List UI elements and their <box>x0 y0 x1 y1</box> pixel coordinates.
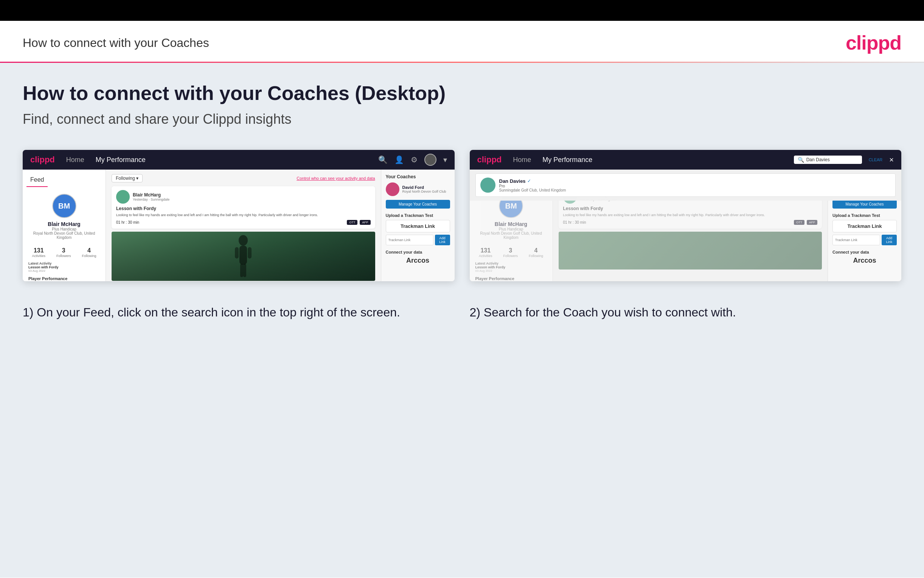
svg-rect-5 <box>243 264 246 277</box>
clear-btn-2[interactable]: CLEAR <box>869 157 883 162</box>
coaches-panel-1: Your Coaches David Ford Royal North Devo… <box>381 170 455 281</box>
performance-section-2: Player Performance Total Player Quality … <box>474 276 549 281</box>
latest-activity-label: Latest Activity <box>28 261 100 265</box>
profile-club-2: Royal North Devon Golf Club, United King… <box>476 231 547 240</box>
lesson-coach-name-1: Blair McHarg <box>133 192 170 198</box>
latest-activity-1: Latest Activity Lesson with Fordy 03 Aug… <box>26 261 102 273</box>
step-2-text: 2) Search for the Coach you wish to conn… <box>470 305 736 319</box>
stat-activities-2: 131 Activities <box>479 247 492 258</box>
lesson-desc-1: Looking to feel like my hands are exitin… <box>116 213 371 218</box>
settings-icon-nav: ⚙ <box>411 155 417 164</box>
stat-followers-num: 3 <box>57 247 71 254</box>
app-main-1: Following ▾ Control who can see your act… <box>106 170 381 281</box>
user-icon-nav: 👤 <box>395 155 404 164</box>
stat-followers: 3 Followers <box>57 247 71 258</box>
svg-rect-3 <box>248 247 251 258</box>
latest-activity-name-2: Lesson with Fordy <box>476 265 547 269</box>
connect-title-1: Connect your data <box>386 250 450 254</box>
app-sidebar-1: Feed BM Blair McHarg Plus Handicap Royal… <box>23 170 106 281</box>
upload-title-1: Upload a Trackman Test <box>386 213 450 218</box>
header: How to connect with your Coaches clippd <box>0 21 924 62</box>
lesson-tags-1: OTT APP <box>347 220 370 225</box>
following-btn-1[interactable]: Following ▾ <box>112 174 142 182</box>
app-logo-1: clippd <box>30 155 55 165</box>
search-value-2[interactable]: Dan Davies <box>806 157 830 162</box>
tag-ott-2: OTT <box>794 220 804 225</box>
add-link-btn-1[interactable]: Add Link <box>435 235 450 245</box>
coach-name-1: David Ford <box>403 185 446 190</box>
coaches-title-1: Your Coaches <box>386 174 450 179</box>
feed-label-1: Feed <box>26 174 48 187</box>
connect-title-2: Connect your data <box>832 250 897 254</box>
nav-my-performance-2: My Performance <box>542 156 592 164</box>
stat-activities-num: 131 <box>32 247 45 254</box>
coach-club-1: Royal North Devon Golf Club <box>403 190 446 193</box>
search-result: Dan Davies ✓ Pro Sunningdale Golf Club, … <box>476 174 896 197</box>
golf-image-2 <box>558 232 822 270</box>
screenshots-row: clippd Home My Performance 🔍 👤 ⚙ ▾ Feed <box>23 150 901 281</box>
arccos-logo-2: Arccos <box>832 257 897 265</box>
lesson-coach-info: Blair McHarg Yesterday · Sunningdale <box>133 192 170 201</box>
perf-title-1: Player Performance <box>28 276 100 281</box>
close-icon-2[interactable]: × <box>889 156 894 164</box>
nav-icons-2: 🔍 Dan Davies CLEAR × <box>794 156 894 164</box>
search-overlay: Dan Davies ✓ Pro Sunningdale Golf Club, … <box>470 170 902 201</box>
app-body-2: Dan Davies ✓ Pro Sunningdale Golf Club, … <box>470 170 902 281</box>
stat-followers-label-2: Followers <box>503 254 518 258</box>
stat-following-label: Following <box>82 254 96 258</box>
stat-activities: 131 Activities <box>32 247 45 258</box>
step-1-desc: 1) On your Feed, click on the search ico… <box>23 300 455 321</box>
golfer-svg-1 <box>228 234 258 279</box>
page-title: How to connect with your Coaches <box>23 36 209 50</box>
manage-coaches-btn-1[interactable]: Manage Your Coaches <box>386 200 450 209</box>
stat-activities-label: Activities <box>32 254 45 258</box>
profile-name-2: Blair McHarg <box>476 221 547 227</box>
profile-handicap-1: Plus Handicap <box>28 227 100 231</box>
control-link-1[interactable]: Control who can see your activity and da… <box>296 176 375 180</box>
latest-activity-2: Latest Activity Lesson with Fordy 03 Aug… <box>474 261 549 273</box>
coach-item-1: David Ford Royal North Devon Golf Club <box>386 182 450 196</box>
nav-home-2: Home <box>513 156 531 164</box>
latest-activity-date: 03 Aug 2022 <box>28 269 100 273</box>
lesson-tags-2: OTT APP <box>794 220 817 225</box>
lesson-duration-1: 01 hr : 30 min <box>116 220 139 224</box>
stat-followers-2: 3 Followers <box>503 247 518 258</box>
latest-activity-date-2: 03 Aug 2022 <box>476 269 547 273</box>
trackman-input-1[interactable] <box>386 235 434 245</box>
chevron-icon-nav: ▾ <box>443 155 447 164</box>
stat-following-num-2: 4 <box>529 247 543 254</box>
svg-rect-2 <box>235 247 239 258</box>
search-icon-nav[interactable]: 🔍 <box>378 155 388 164</box>
step-2-desc: 2) Search for the Coach you wish to conn… <box>470 300 902 321</box>
lesson-desc-2: Looking to feel like my hands are exitin… <box>563 213 818 218</box>
add-link-btn-2[interactable]: Add Link <box>882 235 897 245</box>
nav-icons-1: 🔍 👤 ⚙ ▾ <box>378 154 447 166</box>
stat-followers-num-2: 3 <box>503 247 518 254</box>
result-avatar <box>481 177 495 193</box>
app-nav-2: clippd Home My Performance 🔍 Dan Davies … <box>470 150 902 170</box>
stat-activities-num-2: 131 <box>479 247 492 254</box>
result-name: Dan Davies <box>499 178 526 184</box>
following-row-1: Following ▾ Control who can see your act… <box>112 174 375 182</box>
stats-row-2: 131 Activities 3 Followers 4 Following <box>474 247 549 258</box>
lesson-title-1: Lesson with Fordy <box>116 206 371 211</box>
profile-card-1: BM Blair McHarg Plus Handicap Royal Nort… <box>26 190 102 244</box>
stat-following-label-2: Following <box>529 254 543 258</box>
stat-following-num: 4 <box>82 247 96 254</box>
lesson-coach-sub-1: Yesterday · Sunningdale <box>133 198 170 201</box>
manage-coaches-btn-2[interactable]: Manage Your Coaches <box>832 200 897 209</box>
app-body-1: Feed BM Blair McHarg Plus Handicap Royal… <box>23 170 455 281</box>
main-content: How to connect with your Coaches (Deskto… <box>0 63 924 578</box>
profile-handicap-2: Plus Handicap <box>476 227 547 231</box>
profile-name-1: Blair McHarg <box>28 221 100 227</box>
lesson-duration-2: 01 hr : 30 min <box>563 220 586 224</box>
search-icon-2: 🔍 <box>798 157 804 163</box>
tag-app: APP <box>360 220 370 225</box>
app-logo-2: clippd <box>477 155 502 165</box>
search-bar-nav-2: 🔍 Dan Davies <box>794 156 862 164</box>
avatar-nav <box>424 154 437 166</box>
trackman-input-2[interactable] <box>832 235 880 245</box>
nav-home-1: Home <box>66 156 84 164</box>
lesson-card-1: Blair McHarg Yesterday · Sunningdale Les… <box>112 186 375 229</box>
step-1-text: 1) On your Feed, click on the search ico… <box>23 305 400 319</box>
